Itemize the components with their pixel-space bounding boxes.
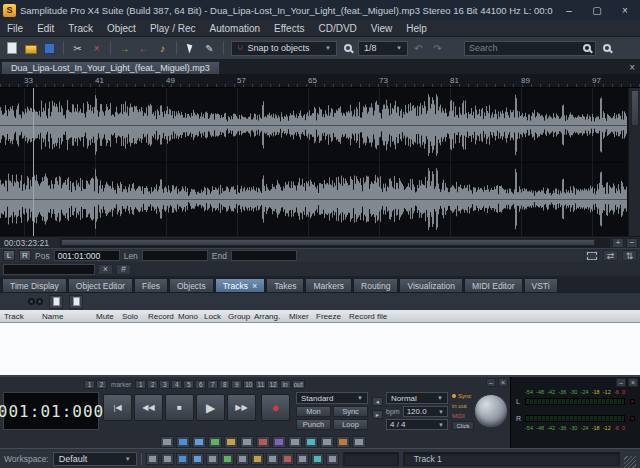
transport-option-icon[interactable] — [192, 436, 206, 448]
time-signature-field[interactable]: 4 / 4 ▼ — [386, 419, 448, 430]
menu-item[interactable]: File — [0, 23, 30, 34]
transport-option-icon[interactable] — [256, 436, 270, 448]
menu-item[interactable]: Help — [399, 23, 434, 34]
fast-forward-button[interactable]: ▶▶ — [227, 394, 256, 421]
menu-item[interactable]: CD/DVD — [311, 23, 363, 34]
export-list-icon[interactable] — [49, 295, 63, 309]
menu-item[interactable]: Automation — [202, 23, 267, 34]
status-icon[interactable] — [146, 453, 159, 465]
track-table-body[interactable] — [0, 323, 640, 375]
quantize-select[interactable]: 1/8 ▼ — [358, 41, 408, 56]
transport-time-display[interactable]: 001:01:000 — [3, 392, 99, 430]
open-project-icon[interactable] — [22, 40, 39, 57]
column-header[interactable]: Mute — [96, 312, 114, 321]
vertical-scrollbar-thumb[interactable] — [631, 90, 639, 126]
locator-button[interactable]: 3 — [159, 380, 170, 389]
export-audio-icon[interactable]: → — [116, 40, 133, 57]
horizontal-scrollbar[interactable] — [60, 238, 610, 248]
object-filter-field[interactable] — [3, 264, 95, 275]
locator-button[interactable]: 12 — [267, 380, 278, 389]
column-header[interactable]: Freeze — [316, 312, 341, 321]
bpm-field[interactable]: 120.0 ▼ — [403, 406, 448, 417]
column-header[interactable]: Mono — [178, 312, 198, 321]
status-icon[interactable] — [191, 453, 204, 465]
column-header[interactable]: Mixer — [289, 312, 309, 321]
transport-option-icon[interactable] — [208, 436, 222, 448]
locator-button[interactable]: 2 — [147, 380, 158, 389]
locator-button[interactable]: 9 — [231, 380, 242, 389]
import-audio-icon[interactable]: ← — [135, 40, 152, 57]
vertical-zoom-icon[interactable]: ⇅ — [622, 250, 637, 261]
locator-button[interactable]: 4 — [171, 380, 182, 389]
left-clip-led[interactable] — [630, 399, 635, 404]
column-header[interactable]: Name — [42, 312, 63, 321]
column-header[interactable]: Arrang. — [254, 312, 280, 321]
monitor-button[interactable]: Mon — [296, 406, 331, 417]
tab-object-editor[interactable]: Object Editor — [68, 278, 133, 292]
locator-button[interactable]: 11 — [255, 380, 266, 389]
close-panel-icon[interactable]: × — [498, 378, 508, 387]
menu-item[interactable]: Edit — [30, 23, 61, 34]
menu-item[interactable]: Play / Rec — [143, 23, 203, 34]
close-panel-icon[interactable]: × — [628, 378, 638, 387]
tab-routing[interactable]: Routing — [353, 278, 398, 292]
sync-button[interactable]: Sync — [333, 406, 368, 417]
horizontal-scrollbar-thumb[interactable] — [61, 239, 595, 246]
grid-view-icon[interactable]: # — [116, 264, 131, 275]
sync-toggle[interactable]: Sync — [452, 391, 474, 400]
transport-option-icon[interactable] — [320, 436, 334, 448]
column-header[interactable]: Solo — [122, 312, 138, 321]
column-header[interactable]: Lock — [204, 312, 221, 321]
left-channel-button[interactable]: L — [3, 250, 15, 261]
minimize-button[interactable]: – — [557, 1, 581, 19]
position-field[interactable]: 001:01:000 — [54, 250, 120, 261]
transport-option-icon[interactable] — [240, 436, 254, 448]
draw-mode-icon[interactable]: ✎ — [201, 40, 218, 57]
workspace-select[interactable]: Default ▼ — [53, 452, 137, 466]
column-header[interactable]: Record file — [349, 312, 387, 321]
locator-button[interactable]: 1 — [135, 380, 146, 389]
column-header[interactable]: Record — [148, 312, 174, 321]
tab-tracks[interactable]: Tracks × — [215, 278, 265, 292]
column-header[interactable]: Track — [4, 312, 24, 321]
status-icon[interactable] — [221, 453, 234, 465]
document-close-icon[interactable]: × — [629, 62, 635, 73]
status-icon[interactable] — [326, 453, 339, 465]
tab-close-icon[interactable]: × — [252, 281, 257, 291]
transport-option-icon[interactable] — [352, 436, 366, 448]
midi-note-icon[interactable]: ♪ — [154, 40, 171, 57]
tab-visualization[interactable]: Visualization — [399, 278, 463, 292]
locator-button[interactable]: 10 — [243, 380, 254, 389]
zoom-out-button[interactable]: − — [626, 238, 638, 248]
right-clip-led[interactable] — [630, 416, 635, 421]
status-icon[interactable] — [296, 453, 309, 465]
waveform-canvas[interactable] — [0, 88, 627, 236]
prev-marker-button[interactable]: ◂ — [372, 397, 383, 406]
status-icon[interactable] — [236, 453, 249, 465]
punch-button[interactable]: Punch — [296, 419, 331, 430]
status-icon[interactable] — [206, 453, 219, 465]
status-icon[interactable] — [311, 453, 324, 465]
go-to-start-button[interactable]: |◀ — [103, 394, 132, 421]
transport-option-icon[interactable] — [288, 436, 302, 448]
clear-filter-icon[interactable]: × — [98, 264, 113, 275]
range-select-icon[interactable] — [584, 250, 599, 261]
play-button[interactable]: ▶ — [196, 394, 225, 421]
in-out-toggle[interactable]: in out — [452, 401, 474, 410]
copy-list-icon[interactable] — [69, 295, 83, 309]
transport-option-icon[interactable] — [272, 436, 286, 448]
transport-option-icon[interactable] — [224, 436, 238, 448]
punch-in-button[interactable]: in — [280, 380, 291, 389]
midi-toggle[interactable]: MIDI — [452, 411, 474, 420]
tab-time-display[interactable]: Time Display — [2, 278, 67, 292]
close-button[interactable]: × — [613, 1, 637, 19]
transport-option-icon[interactable] — [160, 436, 174, 448]
stop-button[interactable]: ■ — [165, 394, 194, 421]
status-icon[interactable] — [266, 453, 279, 465]
menu-item[interactable]: View — [364, 23, 400, 34]
range-1-button[interactable]: 1 — [84, 380, 95, 389]
end-field[interactable] — [231, 250, 297, 261]
menu-item[interactable]: Effects — [267, 23, 311, 34]
record-mode-select[interactable]: Standard ▼ — [296, 392, 368, 404]
resize-grip[interactable] — [624, 456, 636, 468]
